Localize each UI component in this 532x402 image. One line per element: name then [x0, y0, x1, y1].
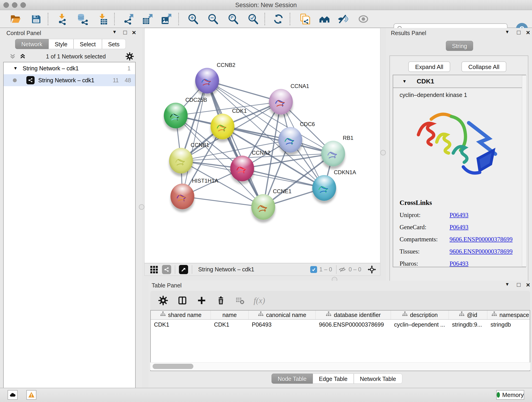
- network-row[interactable]: String Network – cdk1 11 48: [4, 74, 135, 86]
- warnings-button[interactable]: [26, 390, 36, 400]
- edge-CCNA2-CDKN1A[interactable]: [242, 168, 324, 188]
- gene-expander-icon[interactable]: ▼: [402, 79, 407, 84]
- results-scrollbar[interactable]: [522, 75, 526, 267]
- edge-CCNB2-CCNE1[interactable]: [207, 81, 263, 207]
- export-table-icon[interactable]: [142, 13, 153, 25]
- node-CCNB2[interactable]: [195, 68, 219, 94]
- cloud-status-button[interactable]: [7, 390, 18, 400]
- cell-description[interactable]: cyclin–dependent ...: [391, 320, 449, 329]
- delete-column-icon[interactable]: [215, 294, 227, 307]
- duplicate-network-view-icon[interactable]: [299, 13, 311, 25]
- export-image-icon[interactable]: [160, 13, 172, 25]
- crosslink-link[interactable]: P06493: [450, 224, 469, 231]
- string-view-icon[interactable]: [162, 265, 171, 274]
- scrollbar-thumb[interactable]: [152, 364, 193, 369]
- cell-canonical-name[interactable]: P06493: [249, 320, 316, 329]
- hide-style-icon[interactable]: [337, 13, 349, 25]
- network-collection-row[interactable]: ▼ String Network – cdk1 1: [4, 62, 135, 74]
- column-header-id[interactable]: @id: [449, 311, 487, 319]
- import-network-from-database-icon[interactable]: [76, 13, 89, 25]
- create-column-icon[interactable]: [195, 294, 208, 307]
- node-CCNB1[interactable]: [169, 148, 193, 173]
- node-CDC25B[interactable]: [164, 103, 188, 128]
- column-header-canonical-name[interactable]: canonical name: [249, 311, 316, 319]
- show-columns-icon[interactable]: [176, 294, 189, 307]
- panel-close-icon[interactable]: ×: [526, 281, 530, 289]
- delete-table-icon[interactable]: [234, 294, 247, 307]
- grid-view-icon[interactable]: [150, 265, 158, 274]
- gene-header[interactable]: ▼ CDK1: [393, 75, 526, 88]
- panel-float-icon[interactable]: □: [517, 29, 520, 36]
- open-session-icon[interactable]: [10, 13, 22, 25]
- export-network-icon[interactable]: [122, 13, 134, 25]
- table-options-gear-icon[interactable]: [157, 294, 170, 307]
- tab-select[interactable]: Select: [74, 39, 102, 49]
- tab-sets[interactable]: Sets: [102, 39, 126, 49]
- selected-checkbox-icon[interactable]: [310, 266, 317, 273]
- node-CCNE1[interactable]: [251, 194, 275, 220]
- tab-network[interactable]: Network: [15, 39, 49, 49]
- node-HIST1H1A[interactable]: [171, 184, 194, 209]
- node-CDC6[interactable]: [278, 127, 302, 153]
- crosslink-link[interactable]: 9606.ENSP00000378699: [450, 248, 513, 255]
- panel-close-icon[interactable]: ×: [526, 29, 530, 36]
- network-options-gear-icon[interactable]: [126, 52, 134, 61]
- table-row[interactable]: CDK1CDK1P064939606.ENSP00000378699cyclin…: [151, 320, 530, 329]
- function-builder-icon[interactable]: f(x): [253, 294, 266, 307]
- close-window-icon[interactable]: [3, 2, 9, 8]
- tab-style[interactable]: Style: [49, 39, 74, 49]
- table-horizontal-scrollbar[interactable]: [150, 362, 530, 370]
- zoom-out-icon[interactable]: [207, 13, 219, 25]
- node-CCNA2[interactable]: [230, 156, 254, 181]
- node-RB1[interactable]: [321, 141, 345, 166]
- column-header-database-identifier[interactable]: database identifier: [316, 311, 391, 319]
- panel-collapse-icon[interactable]: ▼: [112, 29, 117, 35]
- cell-namespace[interactable]: stringdb: [487, 320, 530, 329]
- expand-all-icon[interactable]: [19, 53, 26, 60]
- cell-name[interactable]: CDK1: [211, 320, 249, 329]
- node-CDKN1A[interactable]: [312, 175, 336, 201]
- collapse-all-icon[interactable]: [9, 53, 16, 60]
- edge-HIST1H1A-CCNE1[interactable]: [182, 196, 263, 207]
- zoom-fit-icon[interactable]: [227, 13, 239, 25]
- panel-float-icon[interactable]: □: [123, 29, 127, 36]
- column-header-description[interactable]: description: [391, 311, 449, 319]
- column-header-name[interactable]: name: [211, 311, 249, 319]
- node-CDK1[interactable]: [210, 114, 234, 139]
- crosslink-link[interactable]: 9606.ENSP00000378699: [450, 236, 513, 243]
- tab-node-table[interactable]: Node Table: [272, 374, 313, 384]
- minimize-window-icon[interactable]: [12, 2, 17, 8]
- save-session-icon[interactable]: [30, 13, 42, 25]
- node-CCNA1[interactable]: [269, 89, 293, 115]
- fit-content-crosshair-icon[interactable]: [367, 265, 376, 274]
- column-header-shared-name[interactable]: shared name: [151, 311, 211, 319]
- zoom-in-icon[interactable]: [187, 13, 199, 25]
- memory-button[interactable]: Memory: [496, 390, 524, 400]
- panel-collapse-icon[interactable]: ▼: [505, 282, 510, 287]
- maximize-window-icon[interactable]: [20, 2, 26, 8]
- show-style-preview-icon[interactable]: [357, 13, 369, 25]
- panel-collapse-icon[interactable]: ▼: [505, 29, 510, 35]
- birdseye-view-icon[interactable]: [179, 265, 188, 274]
- expand-all-button[interactable]: Expand All: [408, 61, 450, 72]
- import-network-icon[interactable]: [56, 13, 68, 25]
- collapse-all-button[interactable]: Collapse All: [462, 61, 506, 72]
- cell-database-identifier[interactable]: 9606.ENSP00000378699: [316, 320, 391, 329]
- panel-float-icon[interactable]: □: [517, 281, 520, 288]
- crosslink-link[interactable]: P06493: [450, 211, 469, 219]
- home-style-icon[interactable]: [318, 13, 330, 25]
- tab-network-table[interactable]: Network Table: [354, 374, 402, 384]
- network-canvas[interactable]: CCNB2CCNA1CDC25BCDK1CDC6RB1CCNB1CCNA2CDK…: [144, 28, 380, 263]
- splitter-handle[interactable]: [380, 150, 386, 155]
- cell-id[interactable]: stringdb:9...: [449, 320, 487, 329]
- collection-expander-icon[interactable]: ▼: [13, 66, 18, 71]
- refresh-icon[interactable]: [272, 13, 284, 25]
- tab-string[interactable]: String: [446, 41, 473, 51]
- splitter-handle[interactable]: [139, 204, 144, 210]
- import-table-icon[interactable]: [97, 13, 109, 25]
- crosslink-link[interactable]: P06493: [450, 260, 469, 267]
- zoom-selected-icon[interactable]: [247, 13, 259, 25]
- cell-shared-name[interactable]: CDK1: [151, 320, 211, 329]
- column-header-namespace[interactable]: namespace: [487, 311, 530, 319]
- tab-edge-table[interactable]: Edge Table: [313, 374, 354, 384]
